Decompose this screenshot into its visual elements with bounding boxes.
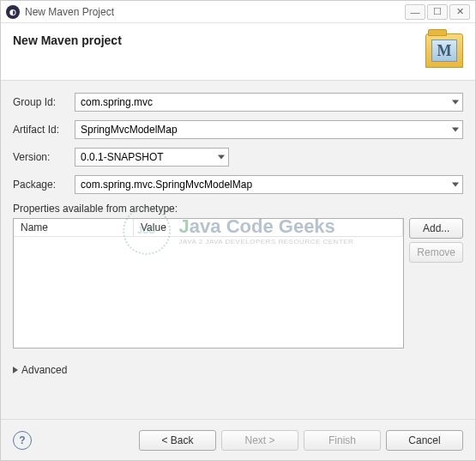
advanced-toggle[interactable]: Advanced	[13, 364, 463, 376]
properties-buttons: Add... Remove	[409, 218, 463, 263]
artifact-id-value: SpringMvcModelMap	[81, 124, 178, 136]
window-title: New Maven Project	[25, 6, 405, 18]
version-label: Version:	[13, 151, 75, 163]
minimize-button[interactable]: —	[405, 4, 425, 20]
package-value: com.spring.mvc.SpringMvcModelMap	[81, 179, 252, 191]
group-id-combo[interactable]: com.spring.mvc	[75, 93, 463, 112]
chevron-down-icon	[452, 100, 459, 105]
chevron-down-icon	[452, 183, 459, 187]
app-icon: ◐	[6, 5, 20, 19]
close-button[interactable]: ✕	[449, 4, 470, 20]
column-name[interactable]: Name	[14, 219, 134, 236]
group-id-value: com.spring.mvc	[81, 96, 153, 108]
version-row: Version: 0.0.1-SNAPSHOT	[13, 148, 463, 167]
help-button[interactable]: ?	[13, 431, 32, 450]
wizard-header: New Maven project M	[1, 23, 475, 81]
chevron-down-icon	[218, 155, 225, 160]
back-button[interactable]: < Back	[139, 430, 216, 451]
add-button[interactable]: Add...	[409, 218, 463, 239]
next-button[interactable]: Next >	[221, 430, 298, 451]
remove-button[interactable]: Remove	[409, 242, 463, 263]
artifact-id-row: Artifact Id: SpringMvcModelMap	[13, 120, 463, 139]
group-id-row: Group Id: com.spring.mvc	[13, 93, 463, 112]
maven-icon: M	[431, 39, 457, 62]
maximize-button[interactable]: ☐	[427, 4, 448, 20]
finish-button[interactable]: Finish	[304, 430, 381, 451]
package-row: Package: com.spring.mvc.SpringMvcModelMa…	[13, 175, 463, 194]
cancel-button[interactable]: Cancel	[386, 430, 463, 451]
properties-table[interactable]: Name Value	[13, 218, 404, 349]
column-value[interactable]: Value	[134, 219, 403, 236]
group-id-label: Group Id:	[13, 96, 75, 108]
wizard-icon: M	[425, 33, 463, 68]
artifact-id-label: Artifact Id:	[13, 124, 75, 136]
advanced-label: Advanced	[21, 364, 67, 376]
titlebar: ◐ New Maven Project — ☐ ✕	[1, 1, 475, 23]
page-title: New Maven project	[13, 33, 122, 47]
properties-section-label: Properties available from archetype:	[13, 203, 463, 215]
chevron-down-icon	[452, 128, 459, 132]
package-combo[interactable]: com.spring.mvc.SpringMvcModelMap	[75, 175, 463, 194]
expand-icon	[13, 367, 18, 373]
properties-area: Name Value Add... Remove	[13, 218, 463, 349]
version-combo[interactable]: 0.0.1-SNAPSHOT	[75, 148, 229, 167]
package-label: Package:	[13, 179, 75, 191]
wizard-footer: ? < Back Next > Finish Cancel	[1, 419, 475, 460]
table-header: Name Value	[14, 219, 403, 237]
window-controls: — ☐ ✕	[405, 4, 470, 20]
version-value: 0.0.1-SNAPSHOT	[81, 151, 164, 163]
wizard-content: Group Id: com.spring.mvc Artifact Id: Sp…	[1, 81, 475, 420]
artifact-id-combo[interactable]: SpringMvcModelMap	[75, 120, 463, 139]
